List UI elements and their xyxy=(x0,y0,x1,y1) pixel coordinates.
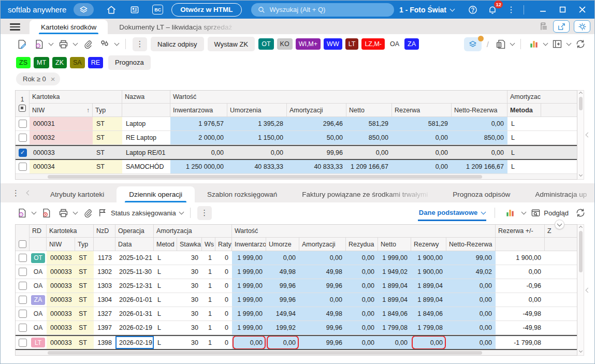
netto-rezerwa-cell[interactable]: 850,00 xyxy=(452,131,507,144)
col-group-wartosc[interactable]: Wartość xyxy=(170,91,507,104)
row-checkbox[interactable] xyxy=(19,296,27,304)
doc-type-tag-ot[interactable]: OT xyxy=(258,38,273,50)
section-menu-icon[interactable]: ⋮ xyxy=(12,188,20,198)
col-header-typ[interactable]: Typ xyxy=(93,104,122,117)
netto-cell[interactable]: 850,00 xyxy=(346,131,392,144)
netto-cell[interactable]: 1 999,00 xyxy=(378,251,411,265)
raty-cell[interactable]: 0 xyxy=(215,336,232,349)
col-header-typ[interactable]: Typ xyxy=(75,238,94,251)
niw-cell[interactable]: 000032 xyxy=(30,131,93,144)
doc-type-tag-ko[interactable]: KO xyxy=(277,38,293,50)
select-all-header[interactable] xyxy=(16,225,30,251)
raty-cell[interactable]: 0 xyxy=(215,251,232,265)
rezerwy-cell[interactable]: 1 900,00 xyxy=(411,251,446,265)
rezerwa-plus-minus-cell[interactable]: -49,98 xyxy=(496,307,545,321)
dane-podstawowe-dropdown[interactable]: Dane podstawowe xyxy=(418,205,486,221)
rezerwy-cell[interactable]: 1 899,04 xyxy=(411,293,446,307)
inwentarzowa-cell[interactable]: 1 250 000,00 xyxy=(170,160,227,173)
refresh-icon[interactable] xyxy=(574,206,587,220)
typ-cell[interactable]: ST xyxy=(93,146,122,159)
inwentarzowa-cell[interactable]: 0,00 xyxy=(170,146,227,159)
rezydualna-cell[interactable]: 0,00 xyxy=(346,293,378,307)
netto-cell[interactable]: 1 799,08 xyxy=(378,321,411,334)
panel-collapse-strip[interactable] xyxy=(584,90,591,180)
route-icon[interactable] xyxy=(98,37,111,51)
rd-cell[interactable]: OT xyxy=(30,251,47,265)
netto-rezerwa-cell[interactable]: 0,00 xyxy=(452,117,507,130)
netto-cell[interactable]: 0,00 xyxy=(378,336,411,349)
row-checkbox[interactable] xyxy=(19,163,27,171)
stawka-cell[interactable]: 30 xyxy=(177,321,202,334)
collapse-left-icon[interactable] xyxy=(585,287,590,293)
col-group-amortyzacja[interactable]: Amortyzacja xyxy=(154,225,232,238)
row-checkbox[interactable] xyxy=(19,120,27,128)
netto-cell[interactable]: 581,29 xyxy=(346,117,392,130)
rezerwa-cell[interactable]: 0,00 xyxy=(392,131,452,144)
amortyzacji-cell[interactable]: 296,46 xyxy=(287,117,346,130)
doc-type-tag-lzm[interactable]: LZ,M- xyxy=(361,38,385,50)
scrollbar-thumb[interactable] xyxy=(579,231,583,272)
nzd-cell[interactable]: 1398 xyxy=(94,336,115,349)
doc-type-tag-lt[interactable]: LT xyxy=(345,38,359,50)
tabs-scroll-left[interactable] xyxy=(27,188,31,196)
niw-cell[interactable]: 000033 xyxy=(47,293,75,307)
row-checkbox[interactable] xyxy=(19,324,27,332)
umorzenia-cell[interactable]: 0,00 xyxy=(227,146,287,159)
rezerwy-cell[interactable]: 1 799,08 xyxy=(411,321,446,334)
tab-administracja[interactable]: Administracja up xyxy=(523,186,595,202)
row-checkbox[interactable]: ✓ xyxy=(19,149,27,157)
operation-row[interactable]: OT000033ST11732025-10-21L30101 999,000,0… xyxy=(16,251,577,265)
asset-row[interactable]: ✓000033STLaptop RE/010,000,0099,960,000,… xyxy=(16,145,577,160)
col-group-rezerwa-pm[interactable]: Rezerwa +/- xyxy=(496,225,545,238)
rezerwa-cell[interactable]: 0,00 xyxy=(392,146,452,159)
amortyzacji-cell[interactable]: 40 833,33 xyxy=(287,160,346,173)
col-header-rezerwa[interactable]: Rezerwa xyxy=(392,104,452,117)
netto-cell[interactable]: 1 209 166,67 xyxy=(346,160,392,173)
doc-type-tag-wim[interactable]: WI,M+ xyxy=(296,38,321,50)
hamburger-menu-icon[interactable] xyxy=(10,23,20,31)
operation-row[interactable]: OA000033ST13972026-02-19L30101 999,00199… xyxy=(16,321,577,335)
col-group-kartoteka[interactable]: Kartoteka xyxy=(47,225,94,238)
raty-cell[interactable]: 0 xyxy=(215,321,232,334)
rezydualna-cell[interactable]: 0,00 xyxy=(346,279,378,293)
umorzenia-cell[interactable]: 40 833,33 xyxy=(227,160,287,173)
print-icon[interactable] xyxy=(56,206,70,220)
delete-document-icon[interactable] xyxy=(39,206,53,220)
typ-cell[interactable]: ST xyxy=(75,321,94,334)
stawka-cell[interactable]: 30 xyxy=(177,336,202,349)
netto-rezerwa-cell[interactable]: 0,00 xyxy=(446,336,496,349)
umorzenia-cell[interactable]: 0,00 xyxy=(266,336,299,349)
scrollbar-thumb[interactable] xyxy=(48,351,482,355)
rezydualna-cell[interactable]: 0,00 xyxy=(346,307,378,321)
inwentarzowa-cell[interactable]: 1 999,00 xyxy=(232,279,266,293)
inwentarzowa-cell[interactable]: 2 000,00 xyxy=(170,131,227,144)
amortyzacji-cell[interactable]: 49,98 xyxy=(299,307,346,321)
metoda-cell[interactable]: L xyxy=(154,265,177,279)
share-button[interactable] xyxy=(553,20,570,33)
netto-rezerwa-cell[interactable]: 0,00 xyxy=(452,146,507,159)
export-icon[interactable] xyxy=(494,37,507,51)
company-selector[interactable]: 1 - Foto Świat xyxy=(394,6,459,14)
rd-cell[interactable]: OA xyxy=(30,279,47,293)
raty-cell[interactable]: 0 xyxy=(215,293,232,307)
rd-cell[interactable]: OA xyxy=(30,265,47,279)
col-header-raty[interactable]: Raty xyxy=(215,238,232,251)
inwentarzowa-cell[interactable]: 1 999,00 xyxy=(232,321,266,334)
search-box[interactable] xyxy=(251,3,394,17)
doc-type-tag-ww[interactable]: WW xyxy=(324,38,342,50)
typ-cell[interactable]: ST xyxy=(75,336,94,349)
stawka-cell[interactable]: 30 xyxy=(177,251,202,265)
raty-cell[interactable]: 0 xyxy=(215,265,232,279)
nazwa-cell[interactable]: Laptop RE/01 xyxy=(122,146,170,159)
amortyzacji-cell[interactable]: 99,96 xyxy=(299,336,346,349)
nzd-cell[interactable]: 1327 xyxy=(94,307,115,321)
rd-cell[interactable]: ZA xyxy=(30,293,47,307)
col-header-amortyzacji[interactable]: Amortyzacji xyxy=(287,104,346,117)
doc-type-tag-za[interactable]: ZA xyxy=(404,38,419,50)
netto-rezerwa-cell[interactable]: 49,02 xyxy=(446,265,496,279)
col-header-metoda[interactable]: Metoda xyxy=(507,104,541,117)
umorzenia-cell[interactable]: 1 395,28 xyxy=(227,117,287,130)
wystaw-zk-button[interactable]: Wystaw ZK xyxy=(208,37,255,51)
col-header-netto-rezerwa[interactable]: Netto-Rezerwa xyxy=(446,238,496,251)
umorzenia-cell[interactable]: 99,96 xyxy=(266,293,299,307)
